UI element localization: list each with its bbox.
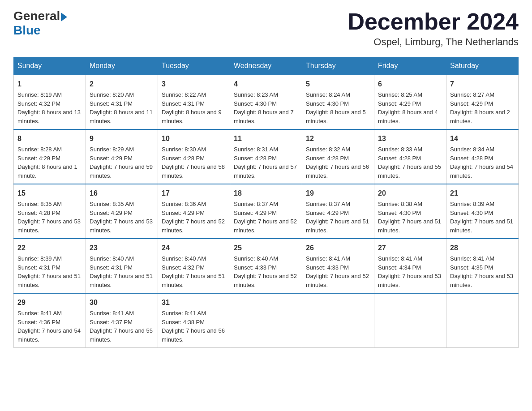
sunset-info: Sunset: 4:30 PM xyxy=(450,210,493,216)
table-row: 8 Sunrise: 8:28 AM Sunset: 4:29 PM Dayli… xyxy=(14,129,86,184)
table-row: 10 Sunrise: 8:30 AM Sunset: 4:28 PM Dayl… xyxy=(158,129,230,184)
sunrise-info: Sunrise: 8:41 AM xyxy=(162,310,206,317)
sunset-info: Sunset: 4:28 PM xyxy=(162,155,205,162)
header-monday: Monday xyxy=(86,57,158,75)
logo-blue: Blue xyxy=(13,23,41,38)
day-number: 14 xyxy=(450,133,515,144)
table-row: 21 Sunrise: 8:39 AM Sunset: 4:30 PM Dayl… xyxy=(446,184,519,239)
sunset-info: Sunset: 4:28 PM xyxy=(234,155,277,162)
day-number: 1 xyxy=(17,79,82,90)
daylight-info: Daylight: 7 hours and 53 minutes. xyxy=(17,218,81,234)
table-row xyxy=(374,293,446,348)
sunrise-info: Sunrise: 8:41 AM xyxy=(90,310,134,317)
sunrise-info: Sunrise: 8:37 AM xyxy=(234,201,278,207)
day-number: 16 xyxy=(90,188,154,199)
sunrise-info: Sunrise: 8:23 AM xyxy=(234,91,278,98)
table-row: 4 Sunrise: 8:23 AM Sunset: 4:30 PM Dayli… xyxy=(230,75,302,129)
sunset-info: Sunset: 4:28 PM xyxy=(378,155,421,162)
daylight-info: Daylight: 7 hours and 55 minutes. xyxy=(378,163,441,179)
daylight-info: Daylight: 7 hours and 58 minutes. xyxy=(162,163,225,179)
table-row: 7 Sunrise: 8:27 AM Sunset: 4:29 PM Dayli… xyxy=(446,75,519,129)
sunrise-info: Sunrise: 8:31 AM xyxy=(234,146,278,153)
sunset-info: Sunset: 4:28 PM xyxy=(450,155,493,162)
table-row: 20 Sunrise: 8:38 AM Sunset: 4:30 PM Dayl… xyxy=(374,184,446,239)
daylight-info: Daylight: 7 hours and 51 minutes. xyxy=(450,218,513,234)
sunrise-info: Sunrise: 8:25 AM xyxy=(378,91,422,98)
sunset-info: Sunset: 4:38 PM xyxy=(162,319,205,325)
table-row xyxy=(230,293,302,348)
table-row: 2 Sunrise: 8:20 AM Sunset: 4:31 PM Dayli… xyxy=(86,75,158,129)
sunset-info: Sunset: 4:31 PM xyxy=(17,264,60,271)
table-row: 27 Sunrise: 8:41 AM Sunset: 4:34 PM Dayl… xyxy=(374,239,446,293)
table-row: 3 Sunrise: 8:22 AM Sunset: 4:31 PM Dayli… xyxy=(158,75,230,129)
sunrise-info: Sunrise: 8:40 AM xyxy=(90,255,134,262)
table-row: 29 Sunrise: 8:41 AM Sunset: 4:36 PM Dayl… xyxy=(14,293,86,348)
sunset-info: Sunset: 4:29 PM xyxy=(450,100,493,107)
day-number: 28 xyxy=(450,243,515,253)
table-row: 31 Sunrise: 8:41 AM Sunset: 4:38 PM Dayl… xyxy=(158,293,230,348)
daylight-info: Daylight: 7 hours and 51 minutes. xyxy=(378,218,441,234)
table-row xyxy=(302,293,374,348)
header-thursday: Thursday xyxy=(302,57,374,75)
sunrise-info: Sunrise: 8:41 AM xyxy=(450,255,494,262)
daylight-info: Daylight: 7 hours and 51 minutes. xyxy=(306,218,369,234)
sunset-info: Sunset: 4:33 PM xyxy=(234,264,277,271)
sunrise-info: Sunrise: 8:27 AM xyxy=(450,91,494,98)
table-row: 12 Sunrise: 8:32 AM Sunset: 4:28 PM Dayl… xyxy=(302,129,374,184)
table-row: 6 Sunrise: 8:25 AM Sunset: 4:29 PM Dayli… xyxy=(374,75,446,129)
sunrise-info: Sunrise: 8:19 AM xyxy=(17,91,62,98)
day-number: 24 xyxy=(162,243,226,253)
sunrise-info: Sunrise: 8:36 AM xyxy=(162,201,206,207)
daylight-info: Daylight: 8 hours and 13 minutes. xyxy=(17,109,81,124)
daylight-info: Daylight: 8 hours and 1 minute. xyxy=(17,163,77,179)
sunrise-info: Sunrise: 8:32 AM xyxy=(306,146,350,153)
daylight-info: Daylight: 7 hours and 51 minutes. xyxy=(90,273,153,288)
sunset-info: Sunset: 4:29 PM xyxy=(306,210,349,216)
day-number: 2 xyxy=(90,79,154,90)
daylight-info: Daylight: 7 hours and 54 minutes. xyxy=(17,327,81,343)
day-number: 21 xyxy=(450,188,515,199)
calendar-week-row: 29 Sunrise: 8:41 AM Sunset: 4:36 PM Dayl… xyxy=(14,293,519,348)
day-number: 26 xyxy=(306,243,370,253)
table-row: 11 Sunrise: 8:31 AM Sunset: 4:28 PM Dayl… xyxy=(230,129,302,184)
sunset-info: Sunset: 4:33 PM xyxy=(306,264,349,271)
table-row: 15 Sunrise: 8:35 AM Sunset: 4:28 PM Dayl… xyxy=(14,184,86,239)
sunset-info: Sunset: 4:29 PM xyxy=(90,210,133,216)
sunrise-info: Sunrise: 8:39 AM xyxy=(17,255,62,262)
daylight-info: Daylight: 7 hours and 55 minutes. xyxy=(90,327,153,343)
sunrise-info: Sunrise: 8:41 AM xyxy=(17,310,62,317)
daylight-info: Daylight: 7 hours and 53 minutes. xyxy=(378,273,441,288)
day-number: 11 xyxy=(234,133,298,144)
sunset-info: Sunset: 4:30 PM xyxy=(234,100,277,107)
day-number: 4 xyxy=(234,79,298,90)
logo-general: General xyxy=(13,9,60,23)
day-number: 5 xyxy=(306,79,370,90)
sunset-info: Sunset: 4:30 PM xyxy=(306,100,349,107)
table-row: 16 Sunrise: 8:35 AM Sunset: 4:29 PM Dayl… xyxy=(86,184,158,239)
header-friday: Friday xyxy=(374,57,446,75)
sunset-info: Sunset: 4:29 PM xyxy=(378,100,421,107)
day-number: 8 xyxy=(17,133,82,144)
table-row: 9 Sunrise: 8:29 AM Sunset: 4:29 PM Dayli… xyxy=(86,129,158,184)
sunset-info: Sunset: 4:31 PM xyxy=(90,264,133,271)
daylight-info: Daylight: 7 hours and 56 minutes. xyxy=(162,327,225,343)
sunset-info: Sunset: 4:35 PM xyxy=(450,264,493,271)
table-row: 30 Sunrise: 8:41 AM Sunset: 4:37 PM Dayl… xyxy=(86,293,158,348)
daylight-info: Daylight: 8 hours and 9 minutes. xyxy=(162,109,222,124)
sunrise-info: Sunrise: 8:35 AM xyxy=(17,201,62,207)
day-number: 7 xyxy=(450,79,515,90)
daylight-info: Daylight: 7 hours and 51 minutes. xyxy=(17,273,81,288)
header-sunday: Sunday xyxy=(14,57,86,75)
sunset-info: Sunset: 4:34 PM xyxy=(378,264,421,271)
sunrise-info: Sunrise: 8:29 AM xyxy=(90,146,134,153)
daylight-info: Daylight: 7 hours and 56 minutes. xyxy=(306,163,369,179)
day-number: 13 xyxy=(378,133,442,144)
sunset-info: Sunset: 4:29 PM xyxy=(90,155,133,162)
table-row: 14 Sunrise: 8:34 AM Sunset: 4:28 PM Dayl… xyxy=(446,129,519,184)
table-row: 5 Sunrise: 8:24 AM Sunset: 4:30 PM Dayli… xyxy=(302,75,374,129)
daylight-info: Daylight: 7 hours and 52 minutes. xyxy=(306,273,369,288)
daylight-info: Daylight: 7 hours and 52 minutes. xyxy=(234,273,297,288)
table-row: 24 Sunrise: 8:40 AM Sunset: 4:32 PM Dayl… xyxy=(158,239,230,293)
sunset-info: Sunset: 4:31 PM xyxy=(90,100,133,107)
table-row: 28 Sunrise: 8:41 AM Sunset: 4:35 PM Dayl… xyxy=(446,239,519,293)
